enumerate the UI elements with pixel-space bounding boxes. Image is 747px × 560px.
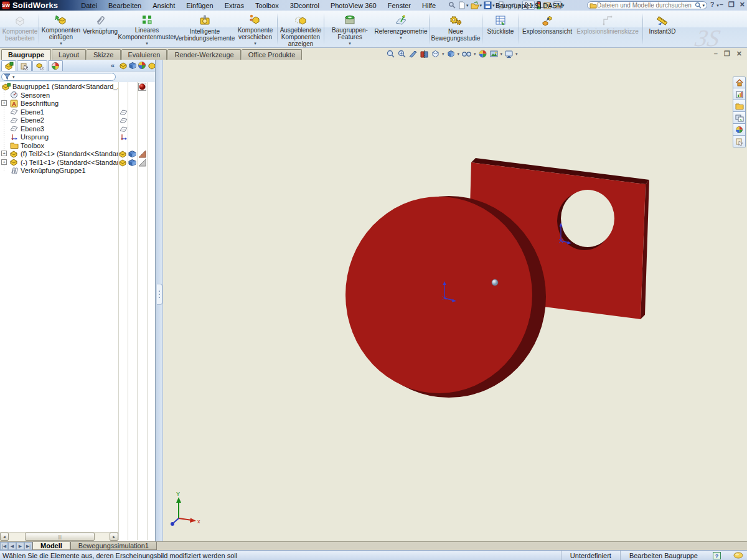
appearance-triangle-icon[interactable] bbox=[138, 159, 146, 167]
exploded-view-button[interactable]: Explosionsansicht bbox=[520, 12, 574, 46]
splitter-handle[interactable] bbox=[157, 284, 162, 305]
search-icon[interactable] bbox=[695, 2, 702, 9]
chevron-down-icon[interactable]: ▾ bbox=[458, 52, 460, 57]
display-state-cube-icon[interactable] bbox=[128, 159, 136, 167]
menu-3dcontrol[interactable]: 3Dcontrol bbox=[284, 1, 325, 10]
restore-button[interactable]: ❐ bbox=[728, 1, 735, 9]
tab-bewegungssimulation1[interactable]: Bewegungssimulation1 bbox=[70, 542, 157, 550]
tree-item-ebene2[interactable]: Ebene2 bbox=[0, 116, 156, 124]
menu-fenster[interactable]: Fenster bbox=[382, 1, 416, 10]
chevron-down-icon[interactable]: ▾ bbox=[474, 52, 476, 57]
tree-filter-input[interactable]: ▾ bbox=[1, 73, 116, 81]
tab-scroll-right-button[interactable]: ▶ bbox=[16, 542, 24, 550]
tree-item-ebene1[interactable]: Ebene1 bbox=[0, 108, 156, 116]
expand-icon[interactable]: + bbox=[1, 100, 7, 106]
hide-show-items-icon[interactable] bbox=[461, 49, 472, 58]
smart-fasteners-button[interactable]: Intelligente Verbindungselemente bbox=[175, 12, 235, 46]
tree-item-verknuepfunggruppe1[interactable]: VerknüpfungGruppe1 bbox=[0, 166, 156, 175]
menu-extras[interactable]: Extras bbox=[219, 1, 250, 10]
linear-component-pattern-button[interactable]: Lineares Komponentenmuster ▾ bbox=[119, 12, 175, 46]
file-explorer-button[interactable] bbox=[733, 100, 746, 112]
expand-icon[interactable]: + bbox=[1, 151, 7, 156]
search-input[interactable] bbox=[597, 2, 695, 9]
chevron-down-icon[interactable]: ▾ bbox=[515, 52, 518, 57]
tab-propertymanager[interactable] bbox=[17, 60, 32, 71]
tab-render-werkzeuge[interactable]: Render-Werkzeuge bbox=[167, 49, 240, 60]
new-document-icon[interactable]: ▾ bbox=[458, 1, 469, 10]
doc-minimize-button[interactable]: – bbox=[714, 50, 718, 58]
chevron-down-icon[interactable]: ▾ bbox=[500, 52, 503, 57]
tree-item-toolbox[interactable]: Toolbox bbox=[0, 141, 156, 150]
vertex-sphere[interactable] bbox=[492, 279, 498, 286]
menu-datei[interactable]: Datei bbox=[75, 1, 103, 10]
show-hidden-components-button[interactable]: Ausgeblendete Komponenten anzeigen bbox=[279, 12, 322, 46]
doc-close-button[interactable]: ✕ bbox=[736, 50, 742, 58]
tab-displaymanager[interactable] bbox=[48, 60, 63, 71]
new-motion-study-button[interactable]: Neue Bewegungsstudie bbox=[431, 12, 481, 46]
close-button[interactable]: ✕ bbox=[740, 1, 745, 9]
search-options-caret[interactable]: ▾ bbox=[702, 3, 705, 8]
tab-modell[interactable]: Modell bbox=[32, 542, 70, 550]
collapse-panel-icon[interactable]: « bbox=[111, 62, 115, 69]
display-style-icon[interactable] bbox=[446, 49, 456, 58]
menu-hilfe[interactable]: Hilfe bbox=[416, 1, 441, 10]
bom-button[interactable]: Stückliste bbox=[484, 12, 517, 46]
edit-mode-indicator[interactable]: Bearbeiten Baugruppe bbox=[620, 551, 707, 560]
zoom-to-area-icon[interactable] bbox=[397, 49, 406, 58]
tab-evaluieren[interactable]: Evaluieren bbox=[121, 49, 167, 60]
assembly-features-button[interactable]: Baugruppen-Features ▾ bbox=[326, 12, 374, 46]
tab-featuremanager[interactable] bbox=[1, 60, 16, 71]
instant3d-button[interactable]: Instant3D bbox=[644, 12, 680, 46]
tree-horizontal-scrollbar[interactable]: ◂ ||| ▸ bbox=[0, 532, 118, 541]
tree-item-sensoren[interactable]: Sensoren bbox=[0, 91, 156, 100]
menu-ansicht[interactable]: Ansicht bbox=[147, 1, 181, 10]
previous-view-icon[interactable] bbox=[408, 49, 418, 58]
tab-scroll-first-button[interactable]: |◀ bbox=[0, 542, 8, 550]
scrollbar-thumb[interactable]: ||| bbox=[25, 533, 95, 541]
view-orientation-icon[interactable] bbox=[431, 49, 440, 58]
edit-component-button[interactable]: Komponente bearbeiten bbox=[2, 12, 37, 46]
search-box[interactable]: ▾ bbox=[587, 1, 707, 9]
tree-item-ursprung[interactable]: Ursprung bbox=[0, 133, 156, 141]
tab-scroll-left-button[interactable]: ◀ bbox=[8, 542, 16, 550]
view-palette-button[interactable] bbox=[733, 112, 746, 124]
tab-baugruppe[interactable]: Baugruppe bbox=[1, 49, 51, 60]
menu-bearbeiten[interactable]: Bearbeiten bbox=[103, 1, 147, 10]
section-view-icon[interactable] bbox=[420, 49, 429, 58]
tab-configurationmanager[interactable] bbox=[32, 60, 47, 71]
scroll-left-arrow[interactable]: ◂ bbox=[0, 533, 9, 541]
edit-appearance-icon[interactable] bbox=[478, 49, 487, 58]
explode-line-sketch-button[interactable]: Explosionslinienskizze bbox=[574, 12, 641, 46]
appearances-scenes-button[interactable] bbox=[733, 124, 746, 136]
tab-skizze[interactable]: Skizze bbox=[87, 49, 120, 60]
solidworks-resources-button[interactable] bbox=[733, 77, 746, 88]
tab-layout[interactable]: Layout bbox=[52, 49, 86, 60]
appearance-triangle-icon[interactable] bbox=[138, 150, 146, 158]
insert-components-button[interactable]: Komponenten einfügen ▾ bbox=[40, 12, 82, 46]
tab-office-produkte[interactable]: Office Produkte bbox=[242, 49, 303, 60]
appearance-sphere-icon[interactable] bbox=[138, 83, 146, 91]
mate-button[interactable]: Verknüpfung bbox=[82, 12, 119, 46]
doc-restore-button[interactable]: ❐ bbox=[724, 50, 730, 58]
tree-item-baugruppe1[interactable]: Baugruppe1 (Standard<Standard_Anzeiges bbox=[0, 82, 156, 91]
scroll-right-arrow[interactable]: ▸ bbox=[110, 533, 118, 541]
chevron-down-icon[interactable]: ▾ bbox=[442, 52, 444, 57]
display-state-cube-icon[interactable] bbox=[128, 150, 136, 158]
tree-item-beschriftung[interactable]: + A Beschriftung bbox=[0, 99, 156, 108]
view-settings-icon[interactable] bbox=[504, 49, 514, 58]
move-component-button[interactable]: Komponente verschieben ▾ bbox=[235, 12, 276, 46]
expand-icon[interactable]: + bbox=[1, 159, 7, 165]
minimize-button[interactable]: – bbox=[720, 1, 723, 9]
tab-scroll-last-button[interactable]: ▶| bbox=[24, 542, 32, 550]
apply-scene-icon[interactable] bbox=[489, 49, 499, 58]
custom-properties-button[interactable] bbox=[733, 136, 746, 147]
graphics-viewport[interactable]: Y x bbox=[163, 60, 747, 541]
help-button[interactable]: ? bbox=[710, 1, 714, 8]
zoom-to-fit-icon[interactable] bbox=[386, 49, 395, 58]
menu-einfuegen[interactable]: Einfügen bbox=[181, 1, 218, 10]
panel-splitter[interactable] bbox=[156, 60, 163, 541]
reference-geometry-button[interactable]: Referenzgeometrie ▾ bbox=[374, 12, 428, 46]
quick-tips-icon[interactable]: ? bbox=[713, 552, 721, 559]
search-toggle-icon[interactable] bbox=[448, 1, 457, 10]
menu-photoview[interactable]: PhotoView 360 bbox=[325, 1, 382, 10]
